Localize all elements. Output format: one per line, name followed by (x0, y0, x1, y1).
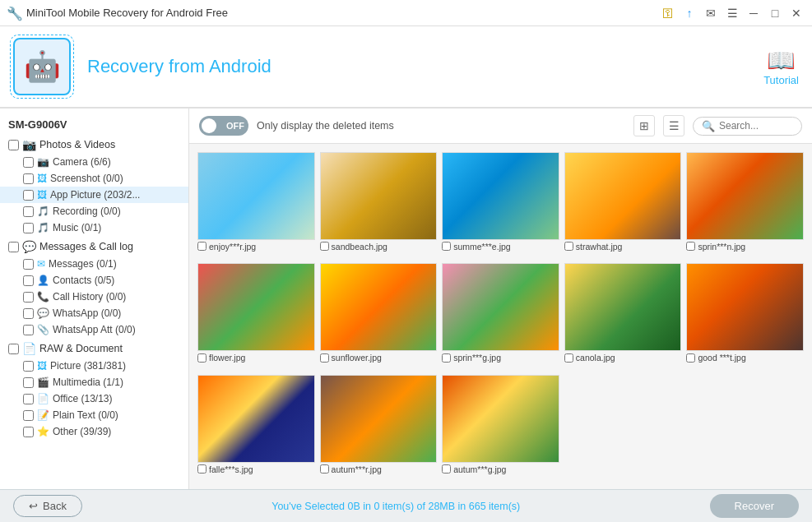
office-checkbox[interactable] (23, 394, 34, 404)
mail-icon[interactable]: ✉ (702, 4, 720, 22)
group-messages-header[interactable]: 💬 Messages & Call log (0, 238, 188, 256)
sidebar-item-camera[interactable]: 📷 Camera (6/6) (0, 154, 188, 170)
screenshot-checkbox[interactable] (23, 173, 34, 184)
photo-item[interactable]: sunflower.jpg (320, 263, 438, 369)
sidebar-item-call-history[interactable]: 📞 Call History (0/0) (0, 289, 188, 305)
picture-icon: 🖼 (37, 360, 47, 372)
sidebar-item-office[interactable]: 📄 Office (13/13) (0, 390, 188, 407)
recording-checkbox[interactable] (23, 206, 34, 217)
recover-button[interactable]: Recover (710, 494, 799, 518)
photo-item[interactable]: falle***s.jpg (197, 375, 315, 481)
photo-checkbox[interactable] (686, 353, 695, 363)
display-deleted-toggle[interactable]: OFF (199, 116, 248, 136)
photo-label-row: falle***s.jpg (197, 464, 315, 474)
music-checkbox[interactable] (23, 223, 34, 233)
photo-label-row: good ***t.jpg (686, 353, 804, 363)
whatsapp-icon: 💬 (37, 307, 49, 319)
grid-view-button[interactable]: ⊞ (633, 115, 655, 136)
photo-label-row: canola.jpg (564, 353, 682, 363)
photo-filename: sprin***g.jpg (453, 353, 501, 363)
back-button[interactable]: ↩ Back (13, 495, 82, 517)
list-view-button[interactable]: ☰ (663, 115, 684, 136)
photo-filename: sprin***n.jpg (698, 242, 745, 252)
contacts-checkbox[interactable] (23, 275, 34, 286)
photo-checkbox[interactable] (320, 353, 329, 363)
sidebar-item-multimedia[interactable]: 🎬 Multimedia (1/1) (0, 374, 188, 390)
camera-checkbox[interactable] (23, 157, 34, 168)
photo-filename: flower.jpg (209, 353, 245, 363)
photo-thumbnail (442, 263, 559, 351)
sidebar-item-messages[interactable]: ✉ Messages (0/1) (0, 256, 188, 272)
minimize-button[interactable]: ─ (745, 4, 763, 22)
photo-thumbnail (197, 263, 315, 351)
group-photos-header[interactable]: 📷 Photos & Videos (0, 136, 188, 154)
multimedia-checkbox[interactable] (23, 377, 34, 388)
photo-image (565, 264, 681, 350)
photo-thumbnail (442, 152, 559, 240)
screenshot-label: Screenshot (0/0) (50, 173, 123, 184)
group-photos-checkbox[interactable] (8, 140, 19, 150)
photo-thumbnail (686, 152, 804, 240)
messages-group-icon: 💬 (22, 240, 36, 253)
whatsapp-att-checkbox[interactable] (23, 325, 34, 335)
photo-checkbox[interactable] (442, 464, 451, 473)
messages-checkbox[interactable] (23, 259, 34, 270)
picture-checkbox[interactable] (23, 361, 34, 372)
plain-text-checkbox[interactable] (23, 410, 34, 421)
sidebar-item-other[interactable]: ⭐ Other (39/39) (0, 423, 188, 440)
photo-item[interactable]: summe***e.jpg (442, 152, 559, 258)
photo-item[interactable]: flower.jpg (197, 263, 315, 369)
main-area: SM-G9006V 📷 Photos & Videos 📷 Camera (6/… (0, 109, 812, 489)
menu-icon[interactable]: ☰ (723, 4, 741, 22)
maximize-button[interactable]: □ (766, 4, 784, 22)
sidebar-item-screenshot[interactable]: 🖼 Screenshot (0/0) (0, 170, 188, 187)
photo-checkbox[interactable] (320, 464, 329, 473)
photo-checkbox[interactable] (197, 353, 206, 363)
group-raw-checkbox[interactable] (8, 344, 19, 354)
status-text: You've Selected 0B in 0 item(s) of 28MB … (271, 501, 520, 512)
whatsapp-checkbox[interactable] (23, 308, 34, 319)
multimedia-icon: 🎬 (37, 376, 49, 388)
search-input[interactable] (719, 120, 793, 132)
sidebar-item-music[interactable]: 🎵 Music (0/1) (0, 219, 188, 236)
sidebar-item-whatsapp-att[interactable]: 📎 WhatsApp Att (0/0) (0, 321, 188, 338)
photo-image (687, 264, 803, 350)
group-messages-checkbox[interactable] (8, 242, 19, 252)
photo-checkbox[interactable] (442, 353, 451, 363)
sidebar-item-recording[interactable]: 🎵 Recording (0/0) (0, 203, 188, 219)
app-picture-icon: 🖼 (37, 189, 47, 201)
sidebar-item-plain-text[interactable]: 📝 Plain Text (0/0) (0, 407, 188, 423)
sidebar-item-app-picture[interactable]: 🖼 App Picture (203/2... (0, 187, 188, 203)
photo-checkbox[interactable] (442, 242, 451, 251)
photo-item[interactable]: good ***t.jpg (686, 263, 804, 369)
music-label: Music (0/1) (53, 222, 101, 233)
sidebar-item-picture[interactable]: 🖼 Picture (381/381) (0, 358, 188, 374)
photo-checkbox[interactable] (197, 242, 206, 251)
photo-item[interactable]: sprin***g.jpg (442, 263, 559, 369)
photo-item[interactable]: autum***r.jpg (320, 375, 438, 481)
close-button[interactable]: ✕ (787, 4, 805, 22)
app-picture-checkbox[interactable] (23, 190, 34, 201)
photo-item[interactable]: sprin***n.jpg (686, 152, 804, 258)
photo-item[interactable]: sandbeach.jpg (320, 152, 438, 258)
sidebar-item-whatsapp[interactable]: 💬 WhatsApp (0/0) (0, 305, 188, 321)
photo-item[interactable]: strawhat.jpg (564, 152, 682, 258)
photo-checkbox[interactable] (320, 242, 329, 251)
photo-item[interactable]: canola.jpg (564, 263, 682, 369)
photo-checkbox[interactable] (686, 242, 695, 251)
photo-checkbox[interactable] (564, 242, 573, 251)
whatsapp-att-icon: 📎 (37, 324, 49, 335)
raw-group-icon: 📄 (22, 342, 36, 355)
group-raw-header[interactable]: 📄 RAW & Document (0, 340, 188, 358)
sidebar-item-contacts[interactable]: 👤 Contacts (0/5) (0, 272, 188, 289)
photo-item[interactable]: autum***g.jpg (442, 375, 559, 481)
photo-checkbox[interactable] (197, 464, 206, 473)
header: 🤖 Recovery from Android 📖 Tutorial (0, 26, 812, 109)
photo-item[interactable]: enjoy***r.jpg (197, 152, 315, 258)
up-icon[interactable]: ↑ (680, 4, 698, 22)
key-icon[interactable]: ⚿ (659, 4, 677, 22)
other-checkbox[interactable] (23, 427, 34, 437)
tutorial-button[interactable]: 📖 Tutorial (763, 47, 799, 86)
photo-checkbox[interactable] (564, 353, 573, 363)
call-history-checkbox[interactable] (23, 292, 34, 303)
